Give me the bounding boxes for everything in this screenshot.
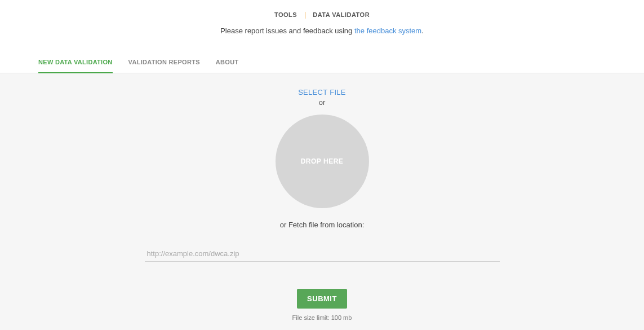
url-input[interactable] [145, 246, 500, 262]
breadcrumb-parent[interactable]: TOOLS [274, 11, 297, 18]
submit-button[interactable]: SUBMIT [297, 289, 347, 309]
fetch-label: or Fetch file from location: [0, 221, 644, 229]
breadcrumb-separator [305, 12, 305, 19]
feedback-message: Please report issues and feedback using … [0, 27, 644, 35]
breadcrumb: TOOLS DATA VALIDATOR [0, 11, 644, 19]
validation-panel: SELECT FILE or DROP HERE or Fetch file f… [0, 73, 644, 330]
upload-area: SELECT FILE or DROP HERE or Fetch file f… [0, 87, 644, 321]
feedback-suffix: . [421, 27, 424, 35]
breadcrumb-current: DATA VALIDATOR [313, 11, 370, 18]
drop-zone-label: DROP HERE [301, 157, 344, 165]
feedback-link[interactable]: the feedback system [354, 27, 421, 35]
file-size-limit: File size limit: 100 mb [0, 314, 644, 321]
feedback-prefix: Please report issues and feedback using [220, 27, 354, 35]
tab-bar: NEW DATA VALIDATION VALIDATION REPORTS A… [0, 53, 644, 73]
tab-new-validation[interactable]: NEW DATA VALIDATION [38, 53, 113, 73]
tab-about[interactable]: ABOUT [216, 53, 239, 73]
tab-validation-reports[interactable]: VALIDATION REPORTS [128, 53, 200, 73]
drop-zone[interactable]: DROP HERE [276, 115, 369, 208]
or-text: or [0, 98, 644, 107]
select-file-link[interactable]: SELECT FILE [298, 88, 346, 96]
